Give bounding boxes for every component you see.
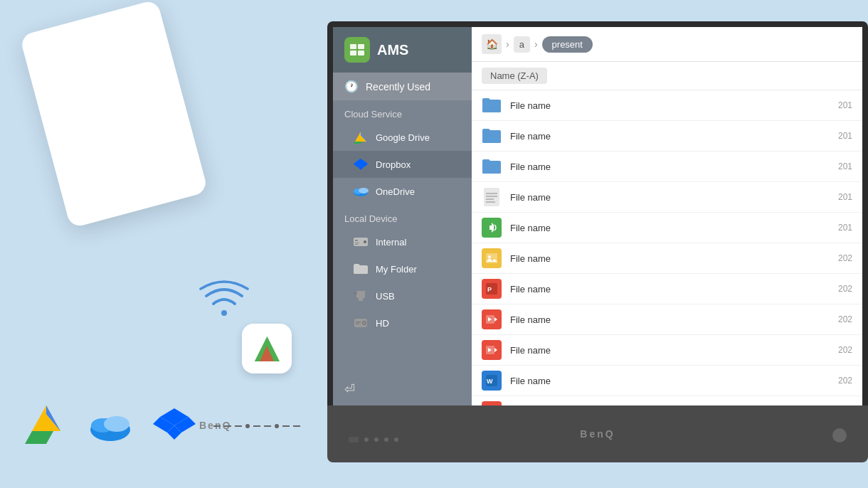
sidebar-item-internal[interactable]: Internal	[333, 228, 472, 255]
sort-bar: Name (Z-A)	[472, 62, 862, 90]
file-list: File name 201 File name 201	[472, 90, 862, 405]
hd-icon	[353, 315, 369, 331]
monitor-dot-4	[394, 437, 398, 442]
dropbox-icon	[353, 157, 369, 172]
sidebar-item-hd[interactable]: HD	[333, 309, 472, 336]
sidebar-item-onedrive[interactable]: OneDrive	[333, 178, 472, 205]
svg-point-32	[364, 240, 366, 243]
file-name: File name	[510, 376, 830, 386]
svg-rect-14	[350, 44, 356, 49]
hd-label: HD	[376, 318, 389, 329]
file-row[interactable]: W File name 202	[472, 366, 862, 396]
file-name: File name	[510, 314, 830, 325]
svg-rect-46	[489, 226, 492, 230]
file-name: File name	[510, 253, 830, 264]
file-date: 202	[838, 345, 852, 355]
svg-rect-29	[355, 240, 358, 241]
folder-file-icon	[482, 157, 502, 176]
svg-rect-17	[358, 51, 364, 55]
file-row[interactable]: ZIP File name 202	[472, 396, 862, 405]
wifi-icon	[199, 277, 249, 320]
app-icon[interactable]	[242, 324, 292, 373]
file-date: 201	[838, 223, 852, 233]
svg-rect-31	[355, 244, 358, 245]
file-name: File name	[510, 161, 830, 172]
clock-icon: 🕐	[344, 80, 359, 93]
file-date: 202	[838, 376, 852, 386]
svg-point-27	[359, 188, 369, 193]
monitor-left-controls	[349, 437, 398, 442]
video-file-icon	[482, 309, 502, 329]
file-row[interactable]: File name 201	[472, 121, 862, 152]
breadcrumb-bar: 🏠 › a › present	[472, 27, 862, 62]
file-date: 201	[838, 192, 852, 202]
file-row[interactable]: File name 201	[472, 152, 862, 182]
sidebar-item-dropbox[interactable]: Dropbox	[333, 151, 472, 178]
file-row[interactable]: File name 201	[472, 90, 862, 121]
image-file-icon	[482, 248, 502, 268]
gdrive-icon	[353, 129, 369, 145]
dropbox-bottom-icon	[149, 400, 199, 452]
svg-marker-52	[494, 317, 497, 322]
audio-file-icon	[482, 218, 502, 238]
svg-rect-34	[359, 298, 363, 301]
cloud-service-section-label: Cloud Service	[333, 100, 472, 124]
sort-name-button[interactable]: Name (Z-A)	[482, 68, 547, 84]
svg-marker-55	[494, 348, 497, 352]
monitor-power-button[interactable]	[832, 428, 847, 442]
svg-rect-35	[354, 292, 357, 294]
svg-text:W: W	[487, 378, 493, 385]
monitor-dot-3	[384, 437, 388, 442]
breadcrumb-present[interactable]: present	[542, 36, 593, 53]
word-file-icon: W	[482, 371, 502, 391]
gdrive-bottom-icon	[21, 400, 71, 452]
svg-point-0	[221, 310, 227, 316]
file-name: File name	[510, 284, 830, 295]
file-date: 201	[838, 100, 852, 110]
text-file-icon	[482, 187, 502, 207]
back-button[interactable]: ⏎	[333, 373, 472, 405]
home-button[interactable]: 🏠	[482, 34, 502, 54]
monitor-dot-1	[364, 437, 369, 442]
dropbox-label: Dropbox	[376, 159, 411, 170]
app-ui: AMS 🕐 Recently Used Cloud Service	[333, 27, 862, 405]
file-name: File name	[510, 345, 830, 356]
main-content: 🏠 › a › present Name (Z-A)	[472, 27, 862, 405]
file-date: 201	[838, 161, 852, 171]
sidebar: AMS 🕐 Recently Used Cloud Service	[333, 27, 472, 405]
folder-icon	[353, 261, 369, 277]
ppt-file-icon: P	[482, 279, 502, 299]
svg-point-9	[104, 416, 129, 432]
file-row[interactable]: File name 202	[472, 335, 862, 366]
file-name: File name	[510, 100, 830, 111]
file-row[interactable]: P File name 202	[472, 274, 862, 304]
sidebar-item-google-drive[interactable]: Google Drive	[333, 124, 472, 151]
breadcrumb-arrow-1: ›	[506, 38, 509, 50]
sidebar-item-usb[interactable]: USB	[333, 282, 472, 309]
monitor-bezel: BenQ	[327, 405, 868, 462]
onedrive-icon	[353, 184, 369, 199]
svg-marker-19	[354, 142, 362, 144]
file-row[interactable]: File name 202	[472, 243, 862, 274]
svg-rect-15	[358, 44, 364, 49]
svg-rect-16	[350, 51, 356, 55]
recently-used-item[interactable]: 🕐 Recently Used	[333, 73, 472, 100]
bottom-service-icons	[21, 400, 300, 452]
breadcrumb-a[interactable]: a	[514, 36, 530, 53]
my-folder-label: My Folder	[376, 264, 417, 275]
internal-label: Internal	[376, 237, 406, 248]
monitor-port-1	[349, 437, 359, 442]
local-device-section-label: Local Device	[333, 205, 472, 228]
sidebar-item-my-folder[interactable]: My Folder	[333, 255, 472, 282]
background-card	[19, 0, 208, 228]
file-date: 201	[838, 131, 852, 141]
file-name: File name	[510, 192, 830, 203]
internal-icon	[353, 234, 369, 250]
file-row[interactable]: File name 202	[472, 304, 862, 335]
svg-point-48	[488, 255, 491, 258]
monitor-screen: AMS 🕐 Recently Used Cloud Service	[327, 21, 868, 405]
monitor: AMS 🕐 Recently Used Cloud Service	[327, 21, 868, 462]
file-row[interactable]: File name 201	[472, 213, 862, 243]
file-row[interactable]: File name 201	[472, 182, 862, 213]
folder-file-icon	[482, 126, 502, 146]
